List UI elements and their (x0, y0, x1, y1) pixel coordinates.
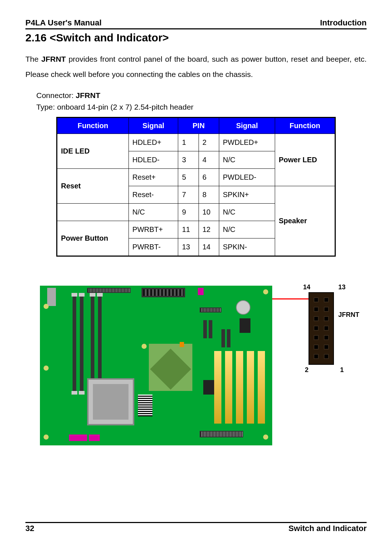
jumper (180, 342, 184, 347)
pin-label-2: 2 (305, 366, 309, 374)
cell: 5 (178, 169, 199, 186)
pin-hole (324, 307, 329, 312)
jfrnt-connector-detail (309, 292, 334, 365)
th-function-right: Function (275, 118, 335, 134)
dimm-slot (91, 297, 94, 391)
pin-header (209, 320, 212, 338)
page-number: 32 (25, 524, 34, 533)
pcb-outline (40, 286, 272, 445)
section-title: 2.16 <Switch and Indicator> (25, 32, 367, 44)
pin-label-1: 1 (340, 366, 344, 374)
cell: 10 (199, 204, 219, 221)
cell: N/C (219, 151, 275, 169)
connector-block (69, 434, 87, 441)
cmos-battery (236, 300, 250, 315)
pin-hole (324, 316, 329, 321)
func-speaker: Speaker (275, 186, 335, 256)
pin-label-13: 13 (338, 283, 346, 291)
ic-chip (240, 318, 250, 333)
cell: HDLED+ (128, 134, 178, 151)
cell: N/C (219, 204, 275, 221)
mounting-hole (263, 289, 268, 294)
small-connector (198, 288, 204, 295)
func-ide-led: IDE LED (57, 134, 129, 169)
pin-hole (324, 354, 329, 359)
expansion-slot (247, 351, 254, 424)
func-power-led: Power LED (275, 134, 335, 186)
jfrnt-label: JFRNT (338, 311, 359, 319)
th-signal-right: Signal (219, 118, 275, 134)
cell: 4 (199, 151, 219, 169)
desc-c: provides front control panel of the boar… (25, 55, 367, 78)
cell: PWDLED+ (219, 134, 275, 151)
pin-header (227, 329, 230, 347)
section-description: The JFRNT provides front control panel o… (25, 52, 367, 82)
desc-a: The (25, 55, 41, 63)
pin-header (203, 320, 207, 338)
mounting-hole (142, 344, 147, 349)
floppy-connector (200, 431, 243, 437)
dimm-slot (73, 297, 76, 391)
expansion-slot (236, 351, 243, 424)
cell: 1 (178, 134, 199, 151)
cell: 13 (178, 238, 199, 256)
manual-title: P4LA User's Manual (25, 18, 102, 28)
cell: 12 (199, 221, 219, 238)
cell: PWDLED- (219, 169, 275, 186)
mounting-hole (263, 434, 268, 440)
pin-hole (324, 326, 329, 331)
cell: PWRBT- (128, 238, 178, 256)
cell: Reset+ (128, 169, 178, 186)
cell: HDLED- (128, 151, 178, 169)
cell: N/C (128, 204, 178, 221)
pin-hole (314, 326, 319, 331)
pin-label-14: 14 (303, 283, 310, 291)
connector-info: Connector: JFRNT Type: onboard 14-pin (2… (36, 90, 367, 113)
cell: 8 (199, 186, 219, 204)
pin-hole (314, 297, 319, 302)
connector-label: Connector: (36, 91, 76, 99)
footer-title: Switch and Indicator (289, 524, 367, 533)
ide-connector (200, 307, 221, 313)
pin-hole (314, 344, 319, 350)
expansion-slot (225, 351, 232, 424)
th-pin: PIN (178, 118, 219, 134)
expansion-slot (258, 351, 265, 424)
cell: 11 (178, 221, 199, 238)
cell: 2 (199, 134, 219, 151)
cell: 9 (178, 204, 199, 221)
pin-header (221, 329, 225, 347)
pinout-table: Function Signal PIN Signal Function IDE … (56, 117, 336, 257)
th-signal-left: Signal (128, 118, 178, 134)
cell: SPKIN- (219, 238, 275, 256)
pin-hole (324, 297, 329, 302)
ic-chip (203, 380, 214, 395)
cpu-socket (87, 378, 134, 425)
cell: 6 (199, 169, 219, 186)
connector-name: JFRNT (76, 91, 101, 99)
callout-line (272, 298, 309, 299)
th-function-left: Function (57, 118, 129, 134)
func-blank (57, 204, 129, 221)
barcode-sticker (138, 395, 152, 416)
mounting-hole (44, 434, 49, 440)
mounting-hole (44, 304, 49, 309)
dimm-slot (80, 297, 83, 391)
cell: Reset- (128, 186, 178, 204)
cell: PWRBT+ (128, 221, 178, 238)
pin-hole (314, 307, 319, 312)
connector-type: Type: onboard 14-pin (2 x 7) 2.54-pitch … (36, 103, 193, 111)
cell: 7 (178, 186, 199, 204)
page-header: P4LA User's Manual Introduction (25, 18, 367, 29)
cell: SPKIN+ (219, 186, 275, 204)
pin-hole (324, 335, 329, 340)
page-footer: 32 Switch and Indicator (25, 522, 367, 533)
func-reset: Reset (57, 169, 129, 204)
mounting-hole (44, 366, 49, 371)
connector-name-inline: JFRNT (41, 55, 66, 63)
expansion-slot (214, 351, 221, 424)
dimm-slot (98, 297, 102, 391)
pin-hole (324, 344, 329, 350)
io-port-block (47, 288, 56, 306)
motherboard-diagram: 14 13 JFRNT 2 1 (25, 286, 367, 460)
